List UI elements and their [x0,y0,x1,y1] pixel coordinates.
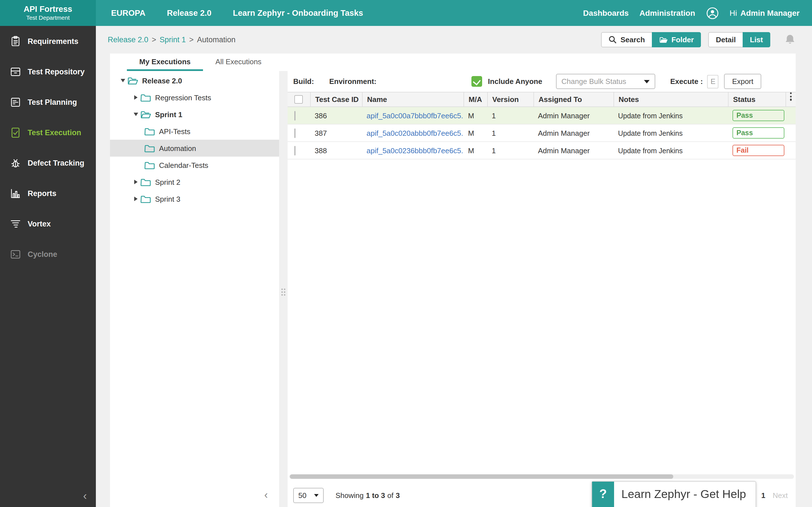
sidebar: Requirements Test Repository Test Planni… [0,26,96,507]
table-row[interactable]: 388 apif_5a0c0236bbb0fb7ee6c5... M 1 Adm… [288,142,796,159]
tree-item-label: Calendar-Tests [159,161,208,169]
sidebar-item-label: Test Execution [28,128,81,136]
tab-my-executions[interactable]: My Executions [127,54,203,71]
chevron-down-icon[interactable] [132,113,140,116]
breadcrumb: Release 2.0 > Sprint 1 > Automation [108,36,236,44]
user-avatar-icon[interactable] [706,6,719,19]
executions-tabs: My Executions All Executions [110,54,796,71]
of-label: of [388,491,394,499]
sidebar-item-vortex[interactable]: Vortex [0,209,96,239]
status-badge[interactable]: Pass [732,110,784,121]
sidebar-item-test-execution[interactable]: Test Execution [0,117,96,148]
execute-input[interactable]: E [707,75,719,88]
breadcrumb-sprint[interactable]: Sprint 1 [160,36,186,44]
current-page-button[interactable]: 1 [761,491,765,499]
row-checkbox[interactable] [294,146,296,155]
notifications-bell-icon[interactable] [784,34,796,46]
select-all-checkbox[interactable] [294,95,303,104]
detail-button-label: Detail [716,36,736,44]
sidebar-item-reports[interactable]: Reports [0,178,96,209]
tree-collapse-chevron-icon[interactable]: ‹ [264,489,268,501]
execution-check-icon [10,126,21,138]
test-case-id: 388 [310,146,362,155]
sidebar-item-requirements[interactable]: Requirements [0,26,96,56]
table-row[interactable]: 386 apif_5a0c00a7bbb0fb7ee6c5... M 1 Adm… [288,107,796,124]
help-widget-label: Learn Zephyr - Get Help [614,482,746,507]
top-right-nav: Dashboards Administration Hi Admin Manag… [583,6,812,19]
page-size-select[interactable]: 50 [293,488,324,503]
horizontal-scrollbar-thumb[interactable] [290,474,673,479]
get-help-widget[interactable]: ? Learn Zephyr - Get Help [592,481,756,507]
test-name-link[interactable]: apif_5a0c0236bbb0fb7ee6c5... [366,146,463,155]
chevron-right-icon[interactable] [132,95,140,100]
tree-item-automation[interactable]: Automation [110,140,279,157]
breadcrumb-release[interactable]: Release 2.0 [108,36,148,44]
sidebar-item-defect-tracking[interactable]: Defect Tracking [0,148,96,178]
tree-item-calendar-tests[interactable]: Calendar-Tests [110,157,279,173]
sidebar-item-test-planning[interactable]: Test Planning [0,87,96,117]
list-view-button[interactable]: List [743,32,770,47]
column-header-version[interactable]: Version [487,93,534,107]
sidebar-item-cyclone[interactable]: Cyclone [0,239,96,269]
breadcrumb-row: Release 2.0 > Sprint 1 > Automation Sear… [96,26,812,54]
sidebar-item-label: Requirements [28,37,79,45]
tree-item-sprint-2[interactable]: Sprint 2 [110,173,279,190]
user-greeting[interactable]: Hi Admin Manager [730,8,800,17]
tree-item-label: API-Tests [159,127,190,135]
chevron-down-icon[interactable] [118,79,128,82]
change-bulk-status-select[interactable]: Change Bulk Status [556,74,655,89]
tree-item-release-2-0[interactable]: Release 2.0 [110,72,279,89]
column-header-ma[interactable]: M/A [463,93,487,107]
include-anyone-checkbox[interactable] [472,76,483,87]
row-checkbox[interactable] [294,128,296,138]
tree-item-label: Sprint 2 [155,178,181,186]
test-name-link[interactable]: apif_5a0c00a7bbb0fb7ee6c5... [366,111,463,120]
top-nav-europa[interactable]: EUROPA [111,8,146,17]
table-row[interactable]: 387 apif_5a0c020abbb0fb7ee6c5... M 1 Adm… [288,124,796,142]
tree-item-regression-tests[interactable]: Regression Tests [110,89,279,106]
ma-value: M [463,129,487,137]
column-header-status[interactable]: Status [728,93,785,107]
column-menu-kebab-icon[interactable] [785,93,796,107]
top-nav-learn-zephyr[interactable]: Learn Zephyr - Onboarding Tasks [233,8,363,17]
notes-value: Update from Jenkins [618,129,682,137]
chevron-right-icon[interactable] [132,196,140,201]
table-header: Test Case ID Name M/A Version Assigned T… [288,92,796,107]
help-question-icon: ? [592,482,614,507]
status-badge[interactable]: Fail [732,145,784,156]
top-nav-release[interactable]: Release 2.0 [167,8,211,17]
test-name-link[interactable]: apif_5a0c020abbb0fb7ee6c5... [366,129,463,137]
column-header-test-case-id[interactable]: Test Case ID [310,93,362,107]
top-bar: API Fortress Test Department EUROPA Rele… [0,0,812,26]
export-button[interactable]: Export [724,74,761,89]
detail-view-button[interactable]: Detail [709,32,743,47]
administration-link[interactable]: Administration [640,8,695,17]
tab-label: My Executions [139,57,191,66]
folder-icon [140,93,151,102]
folder-button-label: Folder [671,36,694,44]
executions-panel: My Executions All Executions Release 2.0 [110,54,796,507]
sidebar-collapse-chevron-icon[interactable]: ‹ [83,490,87,501]
divider-drag-handle[interactable] [281,288,286,296]
showing-label: Showing [336,491,364,499]
chevron-right-icon[interactable] [132,180,140,184]
execute-label: Execute : [670,77,703,86]
column-header-assigned-to[interactable]: Assigned To [534,93,613,107]
tree-item-sprint-1[interactable]: Sprint 1 [110,106,279,123]
tree-item-api-tests[interactable]: API-Tests [110,123,279,140]
row-checkbox[interactable] [294,111,296,120]
folder-view-button[interactable]: Folder [652,32,701,47]
column-header-name[interactable]: Name [362,93,463,107]
search-button[interactable]: Search [601,32,652,47]
column-header-notes[interactable]: Notes [613,93,728,107]
sidebar-item-test-repository[interactable]: Test Repository [0,56,96,87]
showing-summary: Showing 1 to 3 of 3 [336,491,400,499]
clipboard-icon [10,35,21,47]
dashboards-link[interactable]: Dashboards [583,8,629,17]
next-page-button[interactable]: Next [773,491,788,499]
tab-all-executions[interactable]: All Executions [203,54,274,71]
tree-item-sprint-3[interactable]: Sprint 3 [110,190,279,207]
status-badge[interactable]: Pass [732,127,784,138]
breadcrumb-separator: > [189,36,194,44]
bar-chart-icon [10,187,21,199]
